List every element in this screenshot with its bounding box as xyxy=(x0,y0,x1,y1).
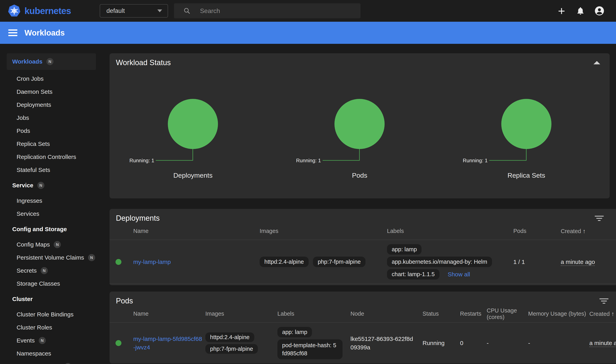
column-labels[interactable]: Labels xyxy=(277,305,351,323)
namespaced-badge: N xyxy=(54,241,61,248)
add-button[interactable]: + xyxy=(552,1,571,20)
namespaced-badge: N xyxy=(88,254,95,261)
column-name[interactable]: Name xyxy=(133,222,260,240)
column-memory-usage[interactable]: Memory Usage (bytes) xyxy=(528,305,589,323)
search-bar[interactable] xyxy=(174,3,361,18)
sidebar-item-namespaces[interactable]: Namespaces xyxy=(0,347,103,360)
main-content: Workload Status Running: 1 Deployments R… xyxy=(103,44,616,364)
sidebar-item-events[interactable]: Events N xyxy=(0,334,103,347)
column-pods[interactable]: Pods xyxy=(513,222,561,240)
workload-status-card: Workload Status Running: 1 Deployments R… xyxy=(110,53,610,198)
pie-slice-running[interactable] xyxy=(168,99,218,149)
workload-status-title: Workload Status xyxy=(116,58,171,67)
sidebar-item-replica-sets[interactable]: Replica Sets xyxy=(0,137,103,150)
pie-callout-label: Running: 1 xyxy=(296,157,321,164)
sidebar-item-services[interactable]: Services xyxy=(0,207,103,220)
label-chip: pod-template-hash: 5fd985cf68 xyxy=(277,339,342,359)
filter-icon[interactable] xyxy=(599,297,608,305)
sidebar: Workloads N Cron Jobs Daemon Sets Deploy… xyxy=(0,44,103,364)
created-timestamp[interactable]: a minute ago xyxy=(561,259,595,266)
pod-link[interactable]: my-lamp-lamp-5fd985cf68-jwvz4 xyxy=(133,336,202,351)
column-images[interactable]: Images xyxy=(205,305,277,323)
sidebar-section-cluster: Cluster xyxy=(0,293,103,306)
sidebar-item-secrets[interactable]: Secrets N xyxy=(0,264,103,277)
search-input[interactable] xyxy=(200,7,354,15)
sidebar-item-config-maps[interactable]: Config Maps N xyxy=(0,238,103,251)
kubernetes-brand[interactable]: kubernetes xyxy=(8,4,100,18)
filter-icon[interactable] xyxy=(595,214,604,222)
app-bar: Workloads xyxy=(0,22,616,44)
sidebar-item-persistent-volume-claims[interactable]: Persistent Volume Claims N xyxy=(0,251,103,264)
node-name: lke55127-86393-622f8d09399a xyxy=(351,335,416,352)
page-title: Workloads xyxy=(25,28,65,37)
pie-callout-line xyxy=(359,149,360,160)
sidebar-item-workloads[interactable]: Workloads N xyxy=(7,53,96,70)
running-status-icon xyxy=(116,340,121,346)
column-restarts[interactable]: Restarts xyxy=(460,305,487,323)
pie-callout-line xyxy=(193,149,193,160)
pie-slice-running[interactable] xyxy=(334,99,385,149)
sidebar-item-pods[interactable]: Pods xyxy=(0,124,103,137)
column-status[interactable] xyxy=(110,222,133,240)
show-all-link[interactable]: Show all xyxy=(448,271,470,278)
deployments-pie-chart: Running: 1 Deployments xyxy=(110,67,276,192)
pie-callout-line xyxy=(323,160,360,161)
namespaced-badge: N xyxy=(46,58,53,65)
label-chip: app: lamp xyxy=(387,244,421,255)
label-chip: app: lamp xyxy=(277,327,312,337)
namespace-value: default xyxy=(106,7,125,14)
column-status-dot[interactable] xyxy=(110,305,133,323)
collapse-icon[interactable] xyxy=(593,61,600,64)
column-created[interactable]: Created↑ xyxy=(561,222,616,240)
column-node[interactable]: Node xyxy=(351,305,422,323)
pod-cpu-usage: - xyxy=(487,323,528,364)
pie-slice-running[interactable] xyxy=(501,99,551,149)
chart-title: Deployments xyxy=(110,171,276,179)
sidebar-item-deployments[interactable]: Deployments xyxy=(0,98,103,111)
pods-card: Pods Name Images Labels Node Status Rest… xyxy=(110,292,616,364)
running-status-icon xyxy=(116,259,121,265)
namespaced-badge: N xyxy=(39,337,46,344)
column-images[interactable]: Images xyxy=(260,222,387,240)
add-icon: + xyxy=(558,5,565,17)
sidebar-item-daemon-sets[interactable]: Daemon Sets xyxy=(0,85,103,98)
menu-icon[interactable] xyxy=(8,28,17,38)
created-timestamp[interactable]: a minute ago xyxy=(589,340,616,347)
sidebar-section-config-and-storage: Config and Storage xyxy=(0,223,103,236)
notifications-button[interactable] xyxy=(571,1,590,20)
label-chip: chart: lamp-1.1.5 xyxy=(387,269,440,280)
account-icon xyxy=(594,6,604,16)
notifications-icon xyxy=(576,6,585,15)
image-chip: httpd:2.4-alpine xyxy=(205,332,254,342)
sidebar-item-cluster-roles[interactable]: Cluster Roles xyxy=(0,321,103,334)
column-cpu-usage[interactable]: CPU Usage (cores) xyxy=(487,305,528,323)
replica-sets-pie-chart: Running: 1 Replica Sets xyxy=(443,67,610,192)
namespaced-badge: N xyxy=(41,267,48,274)
table-row: my-lamp-lamp-5fd985cf68-jwvz4 httpd:2.4-… xyxy=(110,323,616,364)
namespaced-badge: N xyxy=(64,363,71,364)
pods-pie-chart: Running: 1 Pods xyxy=(276,67,443,192)
column-labels[interactable]: Labels xyxy=(387,222,513,240)
sidebar-item-replication-controllers[interactable]: Replication Controllers xyxy=(0,150,103,163)
pie-callout-line xyxy=(156,160,193,161)
sidebar-item-stateful-sets[interactable]: Stateful Sets xyxy=(0,163,103,176)
sidebar-item-service[interactable]: Service N xyxy=(0,179,103,192)
image-chip: php:7-fpm-alpine xyxy=(313,257,366,267)
sidebar-item-storage-classes[interactable]: Storage Classes xyxy=(0,277,103,290)
column-created[interactable]: Created↑ xyxy=(589,305,616,323)
namespace-selector[interactable]: default xyxy=(100,4,168,18)
sidebar-item-cluster-role-bindings[interactable]: Cluster Role Bindings xyxy=(0,308,103,321)
sidebar-item-cron-jobs[interactable]: Cron Jobs xyxy=(0,72,103,85)
sidebar-item-network-policies[interactable]: Network Policies N xyxy=(0,360,103,364)
deployment-link[interactable]: my-lamp-lamp xyxy=(133,259,171,265)
sidebar-item-ingresses[interactable]: Ingresses xyxy=(0,194,103,207)
pod-status: Running xyxy=(422,323,460,364)
pie-callout-label: Running: 1 xyxy=(463,157,488,164)
account-button[interactable] xyxy=(590,1,609,20)
sidebar-item-jobs[interactable]: Jobs xyxy=(0,111,103,124)
column-status[interactable]: Status xyxy=(422,305,460,323)
image-chip: httpd:2.4-alpine xyxy=(260,257,309,267)
column-name[interactable]: Name xyxy=(133,305,205,323)
brand-wordmark: kubernetes xyxy=(25,6,71,16)
pie-callout-label: Running: 1 xyxy=(129,157,154,164)
